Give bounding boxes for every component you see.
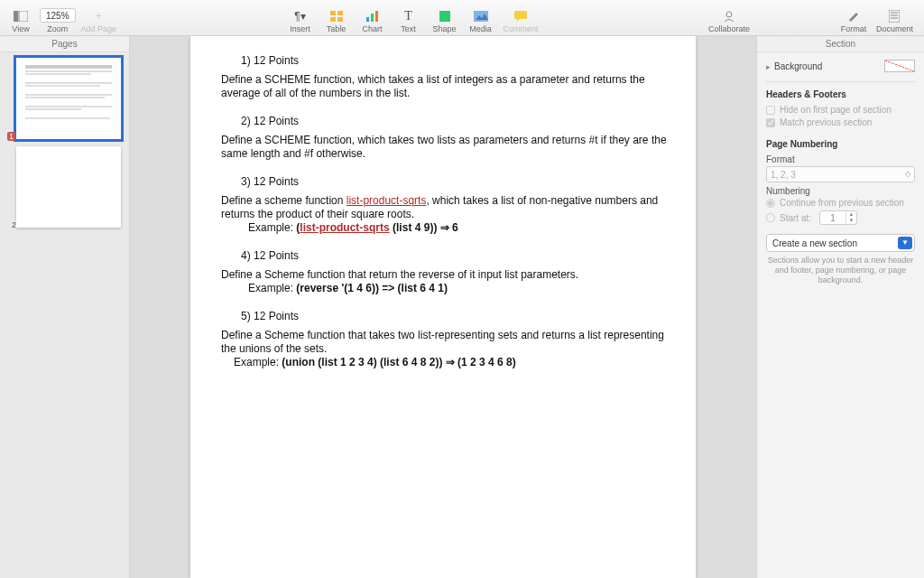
media-button[interactable]: Media [467, 10, 494, 33]
hide-first-page-checkbox[interactable]: Hide on first page of section [766, 105, 915, 115]
document-button[interactable]: Document [876, 10, 913, 33]
text-icon: T [401, 10, 417, 23]
view-button[interactable]: View [7, 10, 34, 33]
add-page-icon: + [90, 10, 106, 23]
pages-sidebar: Pages 1 2 [0, 36, 130, 578]
continue-numbering-radio[interactable]: Continue from previous section [766, 198, 915, 208]
question-4: 4) 12 Points Define a Scheme function th… [221, 249, 669, 295]
inspector-header: Section [757, 36, 924, 52]
pages-thumbnails[interactable]: 1 2 [0, 52, 129, 578]
chevron-down-icon[interactable]: ▼ [898, 237, 912, 249]
shape-button[interactable]: Shape [431, 10, 458, 33]
svg-rect-6 [366, 17, 369, 22]
svg-rect-2 [330, 11, 336, 15]
page-thumbnail-1[interactable]: 1 [9, 58, 120, 139]
table-icon [328, 10, 345, 23]
page-thumbnail-2[interactable]: 2 [9, 146, 120, 228]
page-number-format-select[interactable]: 1, 2, 3 [766, 166, 915, 182]
spellcheck-word: list-product-sqrts [346, 194, 427, 207]
svg-rect-9 [439, 11, 450, 22]
insert-button[interactable]: ¶▾ Insert [287, 10, 314, 33]
question-3: 3) 12 Points Define a scheme function li… [221, 175, 669, 235]
question-2: 2) 12 Points Define a SCHEME function, w… [221, 115, 669, 161]
document-canvas[interactable]: 1) 12 Points Define a SCHEME function, w… [130, 36, 756, 578]
svg-rect-7 [371, 14, 374, 22]
shape-icon [437, 10, 453, 23]
create-section-button[interactable]: Create a new section ▼ [766, 234, 915, 252]
comment-button[interactable]: Comment [504, 10, 539, 33]
view-icon [13, 10, 29, 23]
svg-rect-8 [375, 11, 378, 22]
chart-icon [365, 10, 381, 23]
main-area: Pages 1 2 1) 12 Points De [0, 36, 924, 578]
paragraph-icon: ¶▾ [292, 10, 309, 23]
background-row[interactable]: ▸Background [766, 60, 915, 72]
collaborate-button[interactable]: Collaborate [708, 10, 750, 33]
collaborate-icon [721, 10, 737, 23]
comment-icon [513, 10, 529, 23]
toolbar: View 125% Zoom + Add Page ¶▾ Insert Tabl… [0, 0, 924, 36]
headers-footers-title: Headers & Footers [766, 89, 915, 99]
document-icon [886, 10, 902, 23]
table-button[interactable]: Table [323, 10, 350, 33]
question-5: 5) 12 Points Define a Scheme function th… [221, 310, 669, 369]
chart-button[interactable]: Chart [359, 10, 386, 33]
page-numbering-title: Page Numbering [766, 139, 915, 149]
document-page[interactable]: 1) 12 Points Define a SCHEME function, w… [190, 36, 696, 578]
stepper-up-icon[interactable]: ▲ [846, 211, 856, 218]
format-button[interactable]: Format [840, 10, 867, 33]
pages-sidebar-header: Pages [0, 36, 129, 52]
stepper-down-icon[interactable]: ▼ [846, 218, 856, 224]
svg-rect-12 [514, 11, 527, 19]
svg-marker-13 [517, 19, 520, 22]
svg-rect-4 [330, 17, 336, 22]
zoom-readout[interactable]: 125% [40, 8, 76, 23]
numbering-label: Numbering [766, 186, 915, 196]
media-icon [473, 10, 489, 23]
spellcheck-word: list-product-sqrts [300, 221, 389, 234]
svg-rect-3 [337, 11, 343, 15]
svg-rect-15 [889, 10, 900, 23]
question-1: 1) 12 Points Define a SCHEME function, w… [221, 54, 669, 100]
chevron-right-icon: ▸ [766, 62, 771, 71]
match-previous-checkbox[interactable]: Match previous section [766, 117, 915, 127]
text-button[interactable]: T Text [395, 10, 422, 33]
svg-point-14 [726, 12, 732, 17]
svg-rect-0 [14, 11, 18, 22]
zoom-control[interactable]: 125% Zoom [40, 8, 76, 33]
start-at-radio[interactable]: Start at: 1▲▼ [766, 210, 915, 225]
start-at-stepper[interactable]: 1▲▼ [819, 210, 857, 225]
add-page-button[interactable]: + Add Page [81, 10, 117, 33]
svg-rect-1 [19, 11, 28, 22]
svg-rect-5 [337, 17, 343, 22]
brush-icon [845, 10, 862, 23]
format-label: Format [766, 154, 915, 164]
section-hint: Sections allow you to start a new header… [766, 256, 915, 284]
inspector-panel: Section ▸Background Headers & Footers Hi… [756, 36, 924, 578]
background-swatch[interactable] [884, 60, 915, 72]
